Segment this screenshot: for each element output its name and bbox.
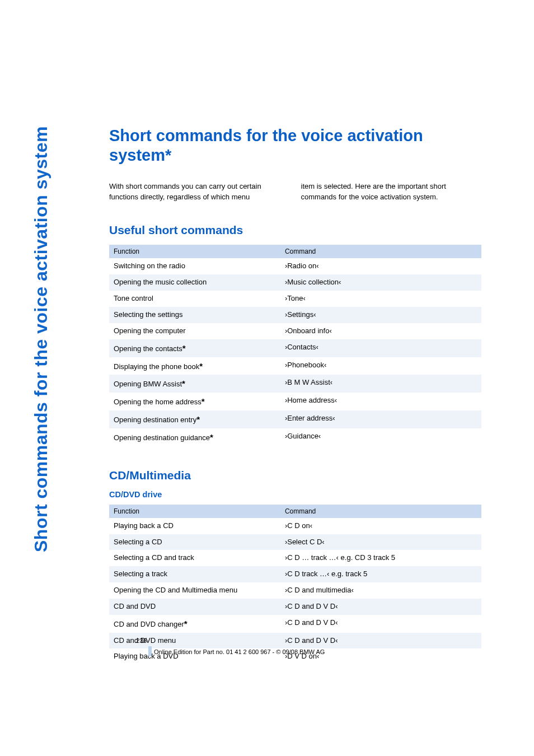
useful-commands-body: Switching on the radio›Radio on‹Opening … <box>109 258 481 446</box>
footer-line: Online Edition for Part no. 01 41 2 600 … <box>154 648 481 655</box>
page-title: Short commands for the voice activation … <box>109 126 481 166</box>
table-row: Opening destination entry*›Enter address… <box>109 410 481 428</box>
sub-cddvd-heading: CD/DVD drive <box>109 490 481 499</box>
useful-commands-table: Function Command Switching on the radio›… <box>109 245 481 446</box>
command-cell: ›Guidance‹ <box>280 428 481 446</box>
page: Short commands for the voice activation … <box>0 0 534 756</box>
table-row: Switching on the radio›Radio on‹ <box>109 258 481 274</box>
asterisk-icon: * <box>199 361 203 371</box>
function-cell: Opening the computer <box>109 323 280 339</box>
command-cell: ›C D and D V D‹ <box>280 615 481 633</box>
asterisk-icon: * <box>202 396 205 406</box>
function-cell: CD and DVD <box>109 599 280 615</box>
table-row: Opening the CD and Multimedia menu›C D a… <box>109 582 481 599</box>
function-cell: Opening destination entry* <box>109 410 280 428</box>
function-cell: Selecting a CD and track <box>109 550 280 566</box>
command-cell: ›Settings‹ <box>280 307 481 323</box>
function-cell: Opening the contacts* <box>109 339 280 357</box>
function-cell: Selecting the settings <box>109 307 280 323</box>
table-row: Playing back a CD›C D on‹ <box>109 518 481 534</box>
function-cell: Opening BMW Assist* <box>109 375 280 393</box>
table-row: Opening the music collection›Music colle… <box>109 274 481 291</box>
table-row: Selecting a CD and track›C D … track …‹ … <box>109 550 481 566</box>
asterisk-icon: * <box>210 432 213 442</box>
intro-left: With short commands you can carry out ce… <box>109 181 290 203</box>
asterisk-icon: * <box>196 414 200 424</box>
table-row: CD and DVD changer*›C D and D V D‹ <box>109 615 481 633</box>
function-cell: Opening destination guidance* <box>109 428 280 446</box>
table-row: Selecting a CD›Select C D‹ <box>109 534 481 550</box>
table-row: Opening the home address*›Home address‹ <box>109 393 481 410</box>
command-cell: ›Phonebook‹ <box>280 357 481 375</box>
command-cell: ›Contacts‹ <box>280 339 481 357</box>
footer-mark <box>148 646 152 656</box>
section-cd-heading: CD/Multimedia <box>109 469 481 482</box>
command-cell: ›Music collection‹ <box>280 274 481 291</box>
col-command: Command <box>280 245 481 258</box>
table-row: Selecting the settings›Settings‹ <box>109 307 481 323</box>
command-cell: ›Tone‹ <box>280 291 481 307</box>
command-cell: ›B M W Assist‹ <box>280 375 481 393</box>
table-row: Opening destination guidance*›Guidance‹ <box>109 428 481 446</box>
function-cell: Opening the CD and Multimedia menu <box>109 582 280 599</box>
command-cell: ›Enter address‹ <box>280 410 481 428</box>
command-cell: ›C D and multimedia‹ <box>280 582 481 599</box>
command-cell: ›C D on‹ <box>280 518 481 534</box>
table-row: Tone control›Tone‹ <box>109 291 481 307</box>
command-cell: ›Home address‹ <box>280 393 481 410</box>
asterisk-icon: * <box>184 619 188 628</box>
function-cell: Tone control <box>109 291 280 307</box>
function-cell: Displaying the phone book* <box>109 357 280 375</box>
table-row: Selecting a track›C D track …‹ e.g. trac… <box>109 566 481 582</box>
col-command: Command <box>280 505 481 518</box>
side-tab-label: Short commands for the voice activation … <box>31 126 51 552</box>
intro-right: item is selected. Here are the important… <box>301 181 482 203</box>
function-cell: Selecting a CD <box>109 534 280 550</box>
table-row: Displaying the phone book*›Phonebook‹ <box>109 357 481 375</box>
col-function: Function <box>109 505 280 518</box>
function-cell: Opening the home address* <box>109 393 280 410</box>
section-useful-heading: Useful short commands <box>109 223 481 237</box>
footer: 236 Online Edition for Part no. 01 41 2 … <box>109 637 481 655</box>
command-cell: ›Select C D‹ <box>280 534 481 550</box>
content-area: Short commands for the voice activation … <box>109 126 481 687</box>
asterisk-icon: * <box>182 379 185 388</box>
function-cell: CD and DVD changer* <box>109 615 280 633</box>
table-row: Opening the contacts*›Contacts‹ <box>109 339 481 357</box>
table-row: Opening the computer›Onboard info‹ <box>109 323 481 339</box>
col-function: Function <box>109 245 280 258</box>
command-cell: ›C D and D V D‹ <box>280 599 481 615</box>
asterisk-icon: * <box>182 343 186 353</box>
command-cell: ›Radio on‹ <box>280 258 481 274</box>
function-cell: Switching on the radio <box>109 258 280 274</box>
page-number: 236 <box>136 637 481 644</box>
function-cell: Opening the music collection <box>109 274 280 291</box>
command-cell: ›C D … track …‹ e.g. CD 3 track 5 <box>280 550 481 566</box>
table-row: Opening BMW Assist*›B M W Assist‹ <box>109 375 481 393</box>
intro-text: With short commands you can carry out ce… <box>109 181 481 203</box>
command-cell: ›Onboard info‹ <box>280 323 481 339</box>
table-row: CD and DVD›C D and D V D‹ <box>109 599 481 615</box>
command-cell: ›C D track …‹ e.g. track 5 <box>280 566 481 582</box>
function-cell: Selecting a track <box>109 566 280 582</box>
function-cell: Playing back a CD <box>109 518 280 534</box>
